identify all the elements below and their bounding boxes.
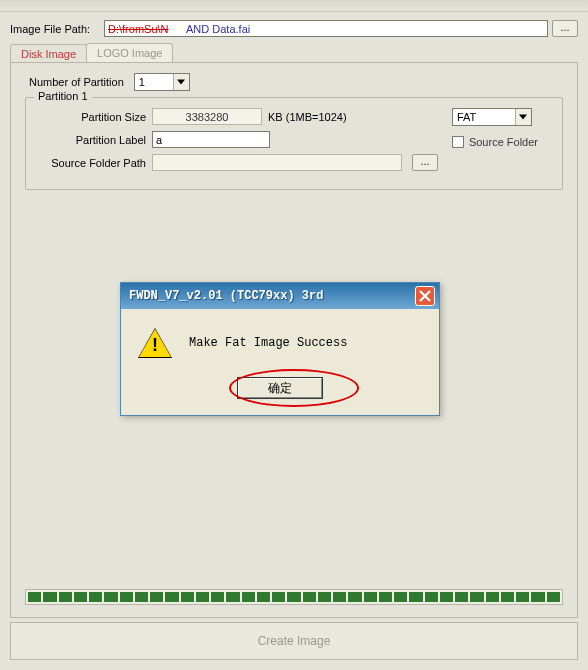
partition-right-column: FAT Source Folder (452, 108, 538, 148)
dialog-message-row: ! Make Fat Image Success (139, 327, 421, 359)
partition-size-unit: KB (1MB=1024) (268, 111, 347, 123)
source-folder-browse-button[interactable]: ... (412, 154, 438, 171)
progress-bar (25, 589, 563, 605)
dialog-title: FWDN_V7_v2.01 (TCC79xx) 3rd (129, 289, 323, 303)
partition-label-input[interactable] (152, 131, 270, 148)
filesystem-value: FAT (453, 111, 515, 123)
dialog-message: Make Fat Image Success (189, 336, 347, 350)
partition-group-title: Partition 1 (34, 90, 92, 102)
num-partition-value: 1 (135, 76, 173, 88)
tab-logo-image[interactable]: LOGO Image (86, 43, 173, 62)
message-dialog: FWDN_V7_v2.01 (TCC79xx) 3rd ! Make Fat I… (120, 282, 440, 416)
source-folder-path-input[interactable] (152, 154, 402, 171)
chevron-down-icon[interactable] (515, 109, 531, 125)
file-path-input[interactable] (104, 20, 548, 37)
source-folder-row: Source Folder Path ... (36, 154, 552, 171)
source-folder-checkbox[interactable] (452, 136, 464, 148)
num-partition-label: Number of Partition (29, 76, 124, 88)
create-image-button[interactable]: Create Image (10, 622, 578, 660)
partition-size-input[interactable] (152, 108, 262, 125)
dialog-titlebar[interactable]: FWDN_V7_v2.01 (TCC79xx) 3rd (121, 283, 439, 309)
filesystem-select[interactable]: FAT (452, 108, 532, 126)
file-path-label: Image File Path: (10, 23, 100, 35)
num-partition-select[interactable]: 1 (134, 73, 190, 91)
partition-size-label: Partition Size (36, 111, 146, 123)
dialog-body: ! Make Fat Image Success 确定 (121, 309, 439, 415)
partition-label-label: Partition Label (36, 134, 146, 146)
chevron-down-icon[interactable] (173, 74, 189, 90)
close-icon[interactable] (415, 286, 435, 306)
tab-disk-image[interactable]: Disk Image (10, 44, 87, 63)
tabs: Disk Image LOGO Image (10, 43, 578, 62)
file-path-row: Image File Path: AND Data.fai ... (10, 20, 578, 37)
warning-icon: ! (139, 327, 171, 359)
source-folder-checkbox-row[interactable]: Source Folder (452, 136, 538, 148)
num-partition-row: Number of Partition 1 (29, 73, 565, 91)
window-titlebar-spacer (0, 0, 588, 12)
dialog-button-row: 确定 (139, 377, 421, 399)
partition-group: Partition 1 Partition Size KB (1MB=1024)… (25, 97, 563, 190)
source-folder-checkbox-label: Source Folder (469, 136, 538, 148)
file-path-browse-button[interactable]: ... (552, 20, 578, 37)
ok-button[interactable]: 确定 (237, 377, 323, 399)
create-image-row: Create Image (10, 622, 578, 660)
source-folder-path-label: Source Folder Path (36, 157, 146, 169)
